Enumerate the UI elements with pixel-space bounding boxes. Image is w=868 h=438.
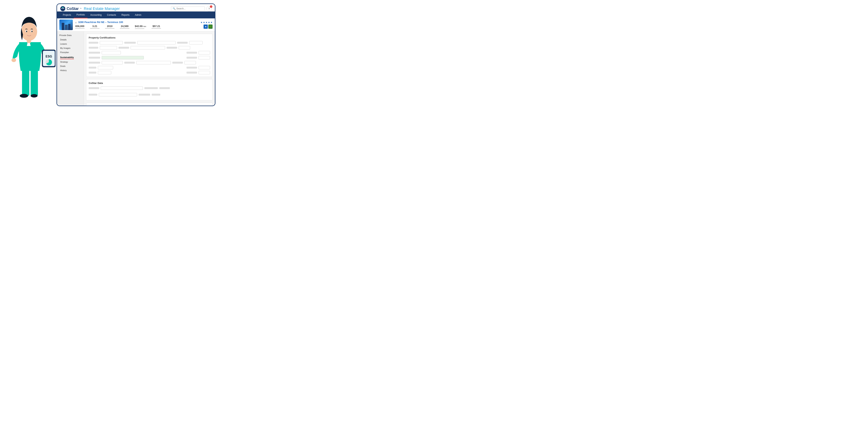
cert-row-4 (89, 56, 210, 59)
header-right: 🔍 ? 1 (171, 6, 212, 11)
app-window: CoStar ™ Real Estate Manager 🔍 ? 1 Proje… (57, 3, 215, 106)
star-4: ★ (208, 21, 210, 24)
sidebar: Private Data Details Leases My Images Fl… (57, 31, 84, 106)
svg-point-16 (62, 7, 63, 8)
svg-point-14 (11, 58, 16, 62)
star-1: ★ (200, 21, 203, 24)
property-info: ≡ 3280 Peachtree Rd NE – Terminus 100 65… (75, 21, 198, 29)
sidebar-item-sustainability[interactable]: Sustainability (57, 54, 84, 60)
stat-psf: $57.21 (152, 25, 161, 29)
cert-row-5 (89, 61, 210, 64)
costar-row-1 (89, 86, 210, 90)
cert-icons: ★ 🌿 (204, 25, 213, 29)
content-area: Property Certifications (84, 31, 215, 106)
costar-logo-icon (60, 6, 65, 11)
logo-area: CoStar ™ Real Estate Manager (60, 6, 120, 11)
cert-row-3 (89, 51, 210, 54)
svg-point-8 (26, 31, 27, 32)
stat-year: 2010 (105, 25, 115, 29)
building-performance-section: Building Performance Metrics ▼ ▼ ▼ (86, 103, 213, 106)
cert-row-6 (89, 66, 210, 69)
menu-icon[interactable]: ≡ (75, 21, 76, 24)
stat-price-value: $42.00/ Net (135, 25, 146, 28)
property-strip: ≡ 3280 Peachtree Rd NE – Terminus 100 65… (57, 19, 215, 31)
stars-row: ★ ★ ★ ★ ★ (200, 21, 213, 24)
logo-brand: CoStar (67, 6, 79, 11)
property-certifications-section: Property Certifications (86, 34, 213, 77)
svg-point-2 (20, 94, 28, 98)
cert-row-7 (89, 71, 210, 74)
cert-row-2 (89, 46, 210, 50)
property-ratings: ★ ★ ★ ★ ★ ★ 🌿 (200, 21, 213, 29)
nav-item-projects[interactable]: Projects (60, 11, 74, 19)
stat-units: 24,589 (120, 25, 129, 29)
notification-badge: 1 (210, 5, 212, 8)
svg-point-3 (31, 94, 37, 97)
illustration: ESG (0, 0, 56, 110)
cert-leaf-icon: 🌿 (208, 25, 213, 29)
cert-row-1 (89, 41, 210, 45)
notification-button[interactable]: ? 1 (207, 6, 212, 11)
app-header: CoStar ™ Real Estate Manager 🔍 ? 1 (57, 4, 215, 11)
svg-point-5 (21, 22, 37, 41)
sidebar-item-details[interactable]: Details (57, 37, 84, 42)
stat-price: $42.00/ Net (135, 24, 146, 29)
logo-tm: ™ (80, 8, 82, 9)
svg-point-15 (60, 6, 65, 11)
nav-item-portfolio[interactable]: Portfolio (74, 11, 88, 19)
costar-data-section: CoStar Data (86, 79, 213, 100)
svg-rect-0 (22, 69, 29, 96)
app-title: Real Estate Manager (84, 6, 120, 11)
cert-star-icon: ★ (204, 25, 208, 29)
sidebar-item-history[interactable]: History (57, 68, 84, 72)
svg-point-9 (31, 31, 33, 32)
sidebar-section-label: Private Data (57, 33, 84, 37)
building-performance-title: Building Performance Metrics (89, 105, 210, 106)
star-2: ★ (203, 21, 205, 24)
stat-psf-value: $57.21 (152, 25, 161, 28)
property-certifications-title: Property Certifications (89, 36, 210, 39)
main-content: Private Data Details Leases My Images Fl… (57, 31, 215, 106)
property-stats: 656,000 3.21 2010 24,589 $42.00 (75, 24, 198, 29)
sidebar-item-strategy[interactable]: Strategy (57, 60, 84, 64)
sidebar-item-my-images[interactable]: My Images (57, 46, 84, 50)
search-icon: 🔍 (173, 7, 176, 10)
nav-item-contacts[interactable]: Contacts (104, 11, 119, 19)
search-input[interactable] (176, 7, 203, 10)
question-icon: ? (208, 7, 210, 10)
stat-year-value: 2010 (105, 25, 115, 28)
costar-data-title: CoStar Data (89, 82, 210, 85)
certifications-data-rows (89, 41, 210, 74)
sidebar-item-floorplan[interactable]: Floorplan (57, 50, 84, 54)
stat-sqft-value: 656,000 (75, 25, 85, 28)
nav-item-admin[interactable]: Admin (132, 11, 144, 19)
nav-item-accounting[interactable]: Accounting (88, 11, 104, 19)
svg-text:ESG: ESG (45, 55, 52, 58)
stat-sqft: 656,000 (75, 25, 85, 29)
star-3: ★ (206, 21, 208, 24)
costar-data-rows (89, 86, 210, 98)
property-address: 3280 Peachtree Rd NE – Terminus 100 (78, 21, 123, 24)
sidebar-item-deals[interactable]: Deals (57, 64, 84, 68)
nav-item-reports[interactable]: Reports (119, 11, 132, 19)
costar-row-2 (89, 93, 210, 96)
stat-ratio-value: 3.21 (90, 25, 100, 28)
nav-bar: Projects Portfolio Accounting Contacts R… (57, 11, 215, 19)
sidebar-item-leases[interactable]: Leases (57, 42, 84, 46)
svg-rect-1 (31, 69, 38, 96)
stat-ratio: 3.21 (90, 25, 100, 29)
star-5: ★ (211, 21, 213, 24)
search-box[interactable]: 🔍 (171, 6, 205, 11)
property-image (59, 20, 73, 30)
stat-units-value: 24,589 (120, 25, 129, 28)
